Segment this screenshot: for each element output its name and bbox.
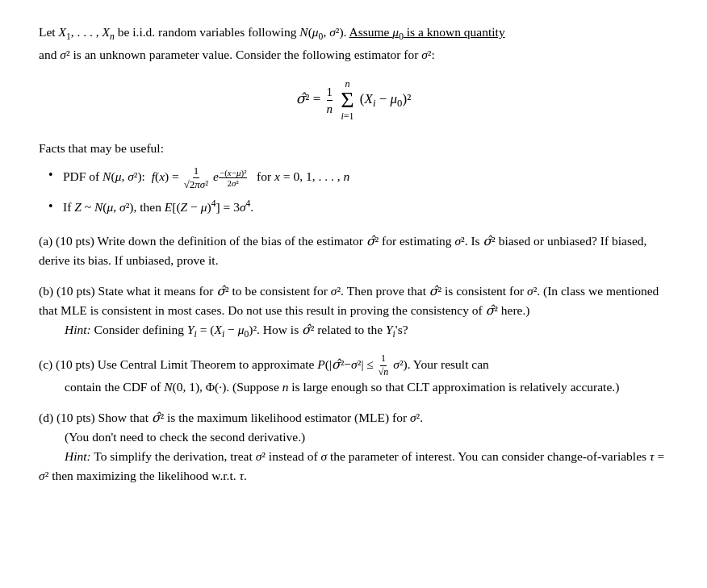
problem-d-text2: (You don't need to check the second deri… [39, 430, 305, 444]
fact-moment: If Z ~ N(μ, σ²), then E[(Z − μ)4] = 3σ4. [63, 197, 668, 217]
fact-pdf: PDF of N(μ, σ²): f(x) = 1 √2πσ² e−(x−μ)²… [63, 165, 668, 191]
facts-title: Facts that may be useful: [39, 139, 668, 158]
problem-a-label: (a) (10 pts) Write down the definition o… [39, 234, 646, 267]
problem-c-text2: contain the CDF of N(0, 1), Φ(·). (Suppo… [39, 380, 619, 394]
problem-b-hint: Hint: Consider defining Yi = (Xi − μ0)².… [39, 323, 408, 336]
intro-line2: and σ² is an unknown parameter value. Co… [39, 48, 435, 61]
problem-d-hint: Hint: To simplify the derivation, treat … [39, 449, 664, 482]
problem-d: (d) (10 pts) Show that σ̂² is the maximu… [39, 408, 668, 486]
main-formula: σ̂² = 1 n n Σ i=1 (Xi − μ0)² [39, 79, 668, 121]
intro-paragraph: Let X1, . . . , Xn be i.i.d. random vari… [39, 23, 668, 65]
intro-line1: Let X1, . . . , Xn be i.i.d. random vari… [39, 25, 505, 39]
problem-c-text: (c) (10 pts) Use Central Limit Theorem t… [39, 357, 489, 371]
problem-b-text: (b) (10 pts) State what it means for σ̂²… [39, 284, 659, 317]
problem-b: (b) (10 pts) State what it means for σ̂²… [39, 281, 668, 342]
problem-d-text1: (d) (10 pts) Show that σ̂² is the maximu… [39, 411, 423, 424]
facts-section: Facts that may be useful: PDF of N(μ, σ²… [39, 139, 668, 217]
problem-a: (a) (10 pts) Write down the definition o… [39, 231, 668, 270]
problem-c: (c) (10 pts) Use Central Limit Theorem t… [39, 353, 668, 396]
page-content: Let X1, . . . , Xn be i.i.d. random vari… [39, 23, 668, 486]
facts-list: PDF of N(μ, σ²): f(x) = 1 √2πσ² e−(x−μ)²… [39, 165, 668, 218]
